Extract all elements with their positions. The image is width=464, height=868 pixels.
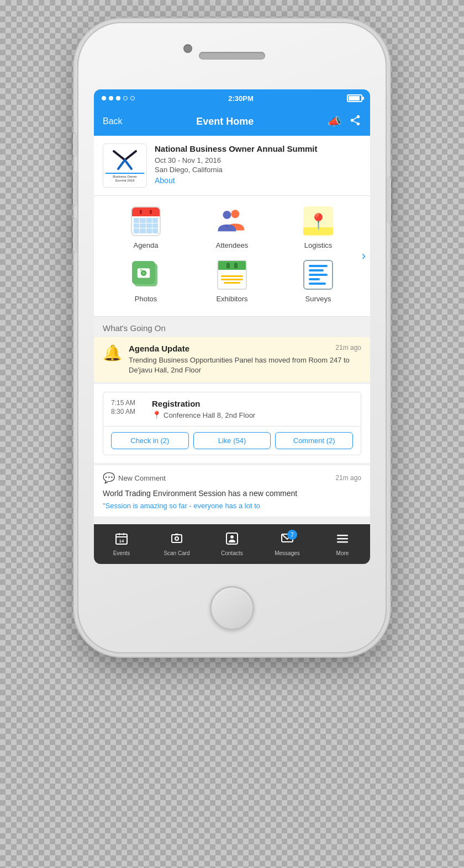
like-button[interactable]: Like (54) (193, 432, 271, 449)
surveys-label: Surveys (305, 295, 331, 303)
signal-dot-2 (109, 96, 113, 100)
phone-speaker (199, 52, 265, 60)
tab-item-events[interactable]: 14 Events (94, 524, 149, 564)
comment-button[interactable]: Comment (2) (275, 432, 353, 449)
icons-row-1: Agenda (94, 205, 370, 249)
scan-card-tab-label: Scan Card (164, 550, 189, 556)
session-inner: 7:15 AM 8:30 AM Registration 📍 Conferenc… (103, 392, 361, 455)
alert-bell-icon: 🔔 (103, 344, 122, 362)
tab-item-messages[interactable]: 7 Messages (260, 524, 315, 564)
svg-point-16 (175, 537, 178, 540)
svg-rect-21 (337, 535, 348, 536)
signal-dots (102, 96, 135, 100)
share-icon[interactable] (349, 114, 361, 129)
back-button[interactable]: Back (103, 116, 123, 126)
event-location: San Diego, California (155, 166, 361, 174)
about-link[interactable]: About (155, 176, 361, 185)
tab-item-contacts[interactable]: Contacts (204, 524, 260, 564)
svg-rect-17 (175, 534, 178, 535)
phone-screen: 2:30PM Back Event Home 📣 (94, 89, 370, 564)
megaphone-icon[interactable]: 📣 (328, 115, 341, 128)
comment-badge: 💬 New Comment (103, 472, 166, 484)
icon-item-agenda[interactable]: Agenda (103, 205, 189, 249)
attendees-icon (215, 205, 249, 238)
alert-title: Agenda Update (129, 344, 361, 353)
more-tab-label: More (336, 550, 349, 556)
attendees-label: Attendees (216, 241, 249, 249)
logistics-icon: 📍 (302, 205, 335, 238)
checkin-button[interactable]: Check in (2) (111, 432, 189, 449)
side-button-power (387, 178, 391, 222)
session-times: 7:15 AM 8:30 AM (111, 399, 144, 419)
logo-line (106, 173, 144, 174)
comment-card: 💬 New Comment 21m ago World Trading Envi… (94, 465, 370, 516)
svg-point-19 (230, 535, 234, 539)
svg-rect-15 (172, 535, 182, 542)
svg-rect-12 (123, 533, 124, 535)
session-details: Registration 📍 Conference Hall 8, 2nd Fl… (152, 399, 353, 419)
more-tab-icon (336, 532, 349, 549)
side-button-vol-down (73, 219, 77, 252)
alert-time: 21m ago (335, 344, 361, 352)
photos-icon (129, 258, 162, 291)
nav-title: Event Home (196, 116, 254, 127)
nav-bar: Back Event Home 📣 (94, 107, 370, 136)
comment-time: 21m ago (335, 474, 361, 482)
tab-item-more[interactable]: More (315, 524, 370, 564)
session-end-time: 8:30 AM (111, 408, 144, 416)
icon-item-attendees[interactable]: Attendees (189, 205, 275, 249)
phone-camera (183, 44, 192, 53)
side-button-silent (73, 134, 77, 156)
session-start-time: 7:15 AM (111, 399, 144, 407)
photos-label: Photos (135, 295, 157, 303)
surveys-icon (302, 258, 335, 291)
logo-subtext: Business OwnerSummit 2016 (113, 175, 137, 183)
svg-point-5 (223, 211, 231, 219)
phone-frame: 2:30PM Back Event Home 📣 (77, 22, 387, 653)
comment-link[interactable]: "Session is amazing so far - everyone ha… (103, 502, 361, 510)
status-battery (347, 94, 362, 102)
exhibitors-icon (215, 258, 249, 291)
tab-item-scan-card[interactable]: Scan Card (149, 524, 204, 564)
event-info: National Business Owner Annual Summit Oc… (155, 143, 361, 185)
icons-row-2: Photos (94, 258, 370, 303)
signal-dot-5 (130, 96, 135, 100)
tab-bar: 14 Events Scan Card (94, 524, 370, 564)
battery-fill (349, 96, 360, 100)
icon-item-exhibitors[interactable]: Exhibitors (189, 258, 275, 303)
section-header: What's Going On (94, 317, 370, 337)
chevron-right-icon[interactable]: › (362, 249, 366, 263)
svg-point-8 (142, 271, 145, 274)
scan-card-tab-icon (170, 532, 183, 549)
event-name: National Business Owner Annual Summit (155, 143, 361, 155)
icon-item-surveys[interactable]: Surveys (275, 258, 361, 303)
svg-rect-22 (337, 538, 348, 540)
svg-line-3 (125, 160, 131, 169)
nav-actions: 📣 (328, 114, 361, 129)
agenda-icon (129, 205, 162, 238)
status-bar: 2:30PM (94, 89, 370, 107)
alert-content: 🔔 Agenda Update Trending Business Opport… (103, 344, 361, 375)
comment-header: 💬 New Comment 21m ago (103, 472, 361, 484)
alert-description: Trending Business Opportunities Panel ha… (129, 355, 361, 375)
alert-card: 21m ago 🔔 Agenda Update Trending Busines… (94, 337, 370, 382)
comment-text: World Trading Environment Session has a … (103, 488, 361, 499)
home-button[interactable] (210, 586, 254, 630)
alert-text-block: Agenda Update Trending Business Opportun… (129, 344, 361, 375)
location-pin-icon: 📍 (152, 411, 161, 419)
svg-line-0 (114, 151, 125, 160)
session-name: Registration (152, 399, 353, 408)
icon-item-photos[interactable]: Photos (103, 258, 189, 303)
contacts-tab-label: Contacts (221, 550, 242, 556)
messages-tab-label: Messages (275, 550, 300, 556)
messages-tab-icon: 7 (281, 532, 294, 549)
new-comment-label: New Comment (118, 474, 166, 482)
logistics-label: Logistics (304, 241, 333, 249)
session-card: 7:15 AM 8:30 AM Registration 📍 Conferenc… (94, 384, 370, 463)
icon-item-logistics[interactable]: 📍 Logistics (275, 205, 361, 249)
svg-line-2 (118, 160, 125, 169)
svg-rect-11 (119, 533, 120, 535)
exhibitors-label: Exhibitors (216, 295, 247, 303)
side-button-vol-up (73, 172, 77, 205)
status-time: 2:30PM (228, 94, 254, 103)
